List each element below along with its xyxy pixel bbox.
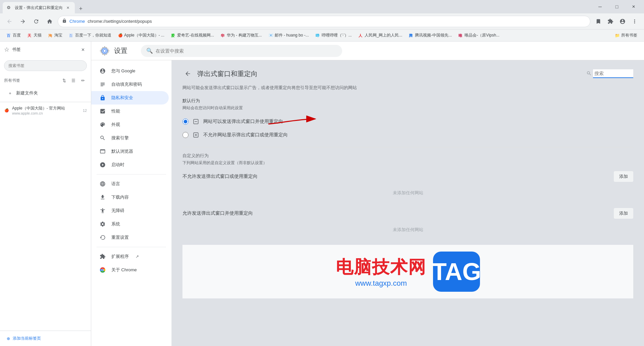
address-bar[interactable]: Chrome chrome://settings/content/popups: [58, 16, 590, 27]
bookmark-item-baidu[interactable]: 百 百度: [4, 31, 23, 40]
block-popups-option[interactable]: 不允许网站显示弹出式窗口或使用重定向: [182, 128, 633, 142]
nav-item-download[interactable]: 下载内容: [91, 191, 169, 204]
close-button[interactable]: ✕: [626, 1, 641, 12]
block-popups-radio[interactable]: [182, 132, 189, 138]
sidebar-bookmark-apple[interactable]: 🍎 Apple（中国大陆）- 官方网站 www.apple.com.cn 12: [0, 103, 91, 117]
popup-allow-icon: [193, 118, 199, 125]
nav-item-appearance[interactable]: 外观: [91, 118, 169, 131]
bookmark-label: 百度: [13, 32, 21, 38]
nav-item-autofill[interactable]: 自动填充和密码: [91, 78, 169, 91]
nav-item-performance[interactable]: 性能: [91, 105, 169, 118]
nav-item-search[interactable]: 搜索引擎: [91, 131, 169, 145]
allow-list-empty-text: 未添加任何网站: [182, 221, 633, 238]
add-current-tab-button[interactable]: ⊕ 添加当前标签页: [4, 334, 87, 343]
settings-search-input[interactable]: [156, 48, 337, 54]
allow-list-add-button[interactable]: 添加: [614, 208, 633, 219]
default-behavior-label: 默认行为: [182, 98, 633, 104]
bookmarks-bar: 百 百度 天 天猫 淘 淘宝 百 百度一下，你就知道 🍎 Apple（中国大陆）…: [0, 29, 644, 42]
refresh-button[interactable]: [31, 16, 42, 27]
bookmarks-sidebar-header: ☆ 书签 ✕: [0, 42, 91, 58]
nav-item-google[interactable]: 您与 Google: [91, 64, 169, 78]
nav-item-reset[interactable]: 重置设置: [91, 231, 169, 244]
nav-label-performance: 性能: [111, 108, 120, 114]
nav-item-accessibility[interactable]: 无障碍: [91, 204, 169, 217]
apple-bookmark-title: Apple（中国大陆）- 官方网站: [12, 106, 80, 111]
apple-bookmark-date: 12: [83, 109, 87, 113]
edit-bookmarks-button[interactable]: ✏: [79, 76, 87, 84]
bookmarks-sidebar-close-button[interactable]: ✕: [79, 46, 87, 54]
popup-back-button[interactable]: [182, 68, 193, 79]
more-options-button[interactable]: [629, 16, 640, 27]
minimize-button[interactable]: ─: [592, 1, 608, 12]
content-area: ☆ 书签 ✕ 所有书签 ⇅ ☰ ✏ + 新建文件夹 🍎: [0, 42, 644, 346]
folder-plus-icon: +: [7, 90, 13, 96]
tab-bar: ⚙ 设置 - 弹出式窗口和重定向 ✕ +: [3, 0, 592, 13]
settings-page: 设置 🔍 您与 Google: [91, 42, 644, 346]
all-bookmarks-button[interactable]: 📁 所有书签: [612, 31, 640, 40]
tag-badge: TAG: [433, 252, 480, 292]
bookmarks-folder-icon: 📁: [615, 33, 620, 38]
lock-icon: [62, 18, 67, 24]
bookmark-item-baidu2[interactable]: 百 百度一下，你就知道: [66, 31, 114, 40]
home-button[interactable]: [44, 16, 55, 27]
toolbar: Chrome chrome://settings/content/popups: [0, 13, 644, 29]
url-display: chrome://settings/content/popups: [88, 19, 152, 24]
nav-item-startup[interactable]: 启动时: [91, 158, 169, 171]
settings-search-bar[interactable]: 🔍: [141, 45, 342, 57]
popup-search-area: [586, 69, 633, 78]
allow-list-title: 允许发送弹出式窗口并使用重定向: [182, 210, 253, 216]
browser-tab[interactable]: ⚙ 设置 - 弹出式窗口和重定向 ✕: [3, 2, 75, 13]
back-button[interactable]: [4, 16, 15, 27]
autofill-icon: [99, 81, 106, 88]
bookmark-item-huawei[interactable]: 华 华为 - 构建万物互...: [218, 31, 265, 40]
nav-item-about[interactable]: 关于 Chrome: [91, 263, 169, 277]
nav-item-system[interactable]: 系统: [91, 217, 169, 231]
startup-icon: [99, 161, 106, 168]
bookmark-item-tencent[interactable]: 腾 腾讯视频-中国领先...: [406, 31, 454, 40]
bookmark-item-people[interactable]: 人 人民网_网上的人民...: [356, 31, 405, 40]
tab-title: 设置 - 弹出式窗口和重定向: [15, 5, 63, 11]
chrome-brand-label: Chrome: [69, 19, 85, 24]
bookmark-item-iqiyi[interactable]: 爱 爱奇艺-在线视频网...: [168, 31, 217, 40]
block-popups-label: 不允许网站显示弹出式窗口或使用重定向: [203, 132, 288, 138]
settings-page-title: 设置: [114, 46, 127, 55]
bookmark-star-button[interactable]: [593, 16, 604, 27]
nav-label-extensions: 扩展程序: [111, 254, 129, 260]
performance-icon: [99, 108, 106, 115]
language-icon: [99, 181, 106, 187]
forward-button[interactable]: [17, 16, 28, 27]
bookmark-item-taobao[interactable]: 淘 淘宝: [46, 31, 65, 40]
bookmark-item-tianmao[interactable]: 天 天猫: [25, 31, 44, 40]
nav-item-privacy[interactable]: 隐私和安全: [91, 91, 169, 105]
block-list-empty-text: 未添加任何网站: [182, 185, 633, 201]
toolbar-actions: [593, 16, 640, 27]
bookmarks-search-input[interactable]: [4, 60, 87, 71]
tab-close-button[interactable]: ✕: [65, 5, 71, 10]
block-list-add-button[interactable]: 添加: [614, 171, 633, 182]
nav-item-language[interactable]: 语言: [91, 177, 169, 191]
system-icon: [99, 221, 106, 227]
popup-search-input[interactable]: [593, 69, 633, 78]
allow-popups-radio[interactable]: [182, 119, 189, 125]
apple-favicon: 🍎: [4, 108, 9, 113]
list-view-button[interactable]: ☰: [69, 76, 77, 84]
sort-bookmarks-button[interactable]: ⇅: [60, 76, 68, 84]
nav-item-browser[interactable]: 默认浏览器: [91, 145, 169, 158]
block-list-header: 不允许发送弹出式窗口或使用重定向 添加: [182, 171, 633, 182]
bookmark-item-apple[interactable]: 🍎 Apple（中国大陆）- ...: [115, 31, 167, 40]
bookmark-item-mail[interactable]: 📧 邮件 - huang bo -...: [266, 31, 312, 40]
reset-icon: [99, 234, 106, 241]
new-tab-button[interactable]: +: [76, 4, 86, 13]
sidebar-divider: [0, 102, 91, 102]
maximize-button[interactable]: □: [609, 1, 625, 12]
bookmark-label: 邮件 - huang bo -...: [275, 32, 309, 38]
bookmark-item-vip[interactable]: 唯 唯品会-（原Vipsh...: [456, 31, 502, 40]
allow-popups-option[interactable]: 网站可以发送弹出式窗口并使用重定向: [182, 115, 633, 128]
profile-button[interactable]: [617, 16, 628, 27]
allow-list-section: 允许发送弹出式窗口并使用重定向 添加 未添加任何网站: [182, 208, 633, 238]
bookmark-label: 天猫: [34, 32, 42, 38]
extension-icon[interactable]: [605, 16, 616, 27]
bookmark-item-bilibili[interactable]: 哔 哔哩哔哩（'·'）...: [313, 31, 355, 40]
new-folder-button[interactable]: + 新建文件夹: [3, 87, 88, 99]
nav-item-extensions[interactable]: 扩展程序 ↗: [91, 250, 169, 263]
